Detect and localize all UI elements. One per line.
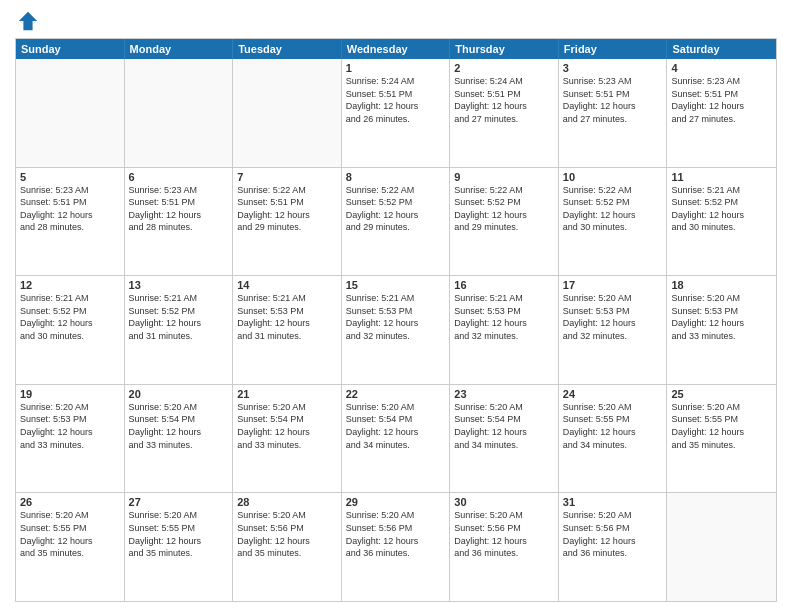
day-number: 11: [671, 171, 772, 183]
cell-text: Sunrise: 5:24 AM Sunset: 5:51 PM Dayligh…: [454, 75, 554, 125]
calendar: SundayMondayTuesdayWednesdayThursdayFrid…: [15, 38, 777, 602]
cell-text: Sunrise: 5:22 AM Sunset: 5:52 PM Dayligh…: [454, 184, 554, 234]
cell-text: Sunrise: 5:21 AM Sunset: 5:52 PM Dayligh…: [20, 292, 120, 342]
cell-text: Sunrise: 5:20 AM Sunset: 5:56 PM Dayligh…: [237, 509, 337, 559]
cell-text: Sunrise: 5:21 AM Sunset: 5:53 PM Dayligh…: [454, 292, 554, 342]
header-day-friday: Friday: [559, 39, 668, 59]
calendar-cell-0-4: 2Sunrise: 5:24 AM Sunset: 5:51 PM Daylig…: [450, 59, 559, 167]
day-number: 24: [563, 388, 663, 400]
day-number: 1: [346, 62, 446, 74]
cell-text: Sunrise: 5:22 AM Sunset: 5:52 PM Dayligh…: [346, 184, 446, 234]
cell-text: Sunrise: 5:23 AM Sunset: 5:51 PM Dayligh…: [671, 75, 772, 125]
calendar-body: 1Sunrise: 5:24 AM Sunset: 5:51 PM Daylig…: [16, 59, 776, 601]
day-number: 5: [20, 171, 120, 183]
calendar-cell-0-6: 4Sunrise: 5:23 AM Sunset: 5:51 PM Daylig…: [667, 59, 776, 167]
svg-marker-0: [19, 12, 37, 30]
calendar-cell-0-0: [16, 59, 125, 167]
calendar-cell-0-3: 1Sunrise: 5:24 AM Sunset: 5:51 PM Daylig…: [342, 59, 451, 167]
calendar-cell-0-5: 3Sunrise: 5:23 AM Sunset: 5:51 PM Daylig…: [559, 59, 668, 167]
day-number: 10: [563, 171, 663, 183]
header-day-thursday: Thursday: [450, 39, 559, 59]
day-number: 25: [671, 388, 772, 400]
calendar-cell-3-2: 21Sunrise: 5:20 AM Sunset: 5:54 PM Dayli…: [233, 385, 342, 493]
cell-text: Sunrise: 5:20 AM Sunset: 5:55 PM Dayligh…: [671, 401, 772, 451]
day-number: 21: [237, 388, 337, 400]
cell-text: Sunrise: 5:20 AM Sunset: 5:53 PM Dayligh…: [20, 401, 120, 451]
calendar-cell-1-4: 9Sunrise: 5:22 AM Sunset: 5:52 PM Daylig…: [450, 168, 559, 276]
cell-text: Sunrise: 5:20 AM Sunset: 5:56 PM Dayligh…: [563, 509, 663, 559]
cell-text: Sunrise: 5:20 AM Sunset: 5:53 PM Dayligh…: [671, 292, 772, 342]
calendar-cell-2-3: 15Sunrise: 5:21 AM Sunset: 5:53 PM Dayli…: [342, 276, 451, 384]
calendar-cell-1-5: 10Sunrise: 5:22 AM Sunset: 5:52 PM Dayli…: [559, 168, 668, 276]
day-number: 13: [129, 279, 229, 291]
calendar-cell-3-6: 25Sunrise: 5:20 AM Sunset: 5:55 PM Dayli…: [667, 385, 776, 493]
day-number: 22: [346, 388, 446, 400]
day-number: 29: [346, 496, 446, 508]
cell-text: Sunrise: 5:23 AM Sunset: 5:51 PM Dayligh…: [563, 75, 663, 125]
cell-text: Sunrise: 5:24 AM Sunset: 5:51 PM Dayligh…: [346, 75, 446, 125]
cell-text: Sunrise: 5:21 AM Sunset: 5:52 PM Dayligh…: [129, 292, 229, 342]
header: [15, 10, 777, 32]
day-number: 31: [563, 496, 663, 508]
calendar-cell-3-0: 19Sunrise: 5:20 AM Sunset: 5:53 PM Dayli…: [16, 385, 125, 493]
day-number: 3: [563, 62, 663, 74]
day-number: 23: [454, 388, 554, 400]
day-number: 16: [454, 279, 554, 291]
day-number: 30: [454, 496, 554, 508]
calendar-cell-4-5: 31Sunrise: 5:20 AM Sunset: 5:56 PM Dayli…: [559, 493, 668, 601]
cell-text: Sunrise: 5:23 AM Sunset: 5:51 PM Dayligh…: [129, 184, 229, 234]
day-number: 2: [454, 62, 554, 74]
calendar-cell-1-2: 7Sunrise: 5:22 AM Sunset: 5:51 PM Daylig…: [233, 168, 342, 276]
day-number: 12: [20, 279, 120, 291]
day-number: 20: [129, 388, 229, 400]
logo-icon: [17, 10, 39, 32]
cell-text: Sunrise: 5:20 AM Sunset: 5:54 PM Dayligh…: [129, 401, 229, 451]
calendar-cell-2-5: 17Sunrise: 5:20 AM Sunset: 5:53 PM Dayli…: [559, 276, 668, 384]
day-number: 15: [346, 279, 446, 291]
cell-text: Sunrise: 5:20 AM Sunset: 5:55 PM Dayligh…: [20, 509, 120, 559]
cell-text: Sunrise: 5:20 AM Sunset: 5:53 PM Dayligh…: [563, 292, 663, 342]
calendar-row-2: 12Sunrise: 5:21 AM Sunset: 5:52 PM Dayli…: [16, 275, 776, 384]
cell-text: Sunrise: 5:22 AM Sunset: 5:51 PM Dayligh…: [237, 184, 337, 234]
calendar-cell-2-4: 16Sunrise: 5:21 AM Sunset: 5:53 PM Dayli…: [450, 276, 559, 384]
cell-text: Sunrise: 5:20 AM Sunset: 5:54 PM Dayligh…: [346, 401, 446, 451]
calendar-cell-0-1: [125, 59, 234, 167]
day-number: 27: [129, 496, 229, 508]
calendar-cell-1-1: 6Sunrise: 5:23 AM Sunset: 5:51 PM Daylig…: [125, 168, 234, 276]
cell-text: Sunrise: 5:21 AM Sunset: 5:53 PM Dayligh…: [346, 292, 446, 342]
calendar-cell-3-1: 20Sunrise: 5:20 AM Sunset: 5:54 PM Dayli…: [125, 385, 234, 493]
cell-text: Sunrise: 5:20 AM Sunset: 5:55 PM Dayligh…: [129, 509, 229, 559]
day-number: 26: [20, 496, 120, 508]
header-day-sunday: Sunday: [16, 39, 125, 59]
calendar-cell-4-6: [667, 493, 776, 601]
cell-text: Sunrise: 5:20 AM Sunset: 5:56 PM Dayligh…: [346, 509, 446, 559]
calendar-cell-2-6: 18Sunrise: 5:20 AM Sunset: 5:53 PM Dayli…: [667, 276, 776, 384]
cell-text: Sunrise: 5:22 AM Sunset: 5:52 PM Dayligh…: [563, 184, 663, 234]
day-number: 7: [237, 171, 337, 183]
day-number: 6: [129, 171, 229, 183]
day-number: 19: [20, 388, 120, 400]
day-number: 28: [237, 496, 337, 508]
calendar-cell-4-2: 28Sunrise: 5:20 AM Sunset: 5:56 PM Dayli…: [233, 493, 342, 601]
day-number: 14: [237, 279, 337, 291]
calendar-cell-2-2: 14Sunrise: 5:21 AM Sunset: 5:53 PM Dayli…: [233, 276, 342, 384]
calendar-cell-1-0: 5Sunrise: 5:23 AM Sunset: 5:51 PM Daylig…: [16, 168, 125, 276]
cell-text: Sunrise: 5:20 AM Sunset: 5:56 PM Dayligh…: [454, 509, 554, 559]
calendar-cell-0-2: [233, 59, 342, 167]
calendar-cell-3-4: 23Sunrise: 5:20 AM Sunset: 5:54 PM Dayli…: [450, 385, 559, 493]
cell-text: Sunrise: 5:20 AM Sunset: 5:54 PM Dayligh…: [454, 401, 554, 451]
calendar-header: SundayMondayTuesdayWednesdayThursdayFrid…: [16, 39, 776, 59]
logo: [15, 10, 39, 32]
cell-text: Sunrise: 5:20 AM Sunset: 5:55 PM Dayligh…: [563, 401, 663, 451]
calendar-cell-1-3: 8Sunrise: 5:22 AM Sunset: 5:52 PM Daylig…: [342, 168, 451, 276]
calendar-cell-2-0: 12Sunrise: 5:21 AM Sunset: 5:52 PM Dayli…: [16, 276, 125, 384]
cell-text: Sunrise: 5:21 AM Sunset: 5:53 PM Dayligh…: [237, 292, 337, 342]
header-day-wednesday: Wednesday: [342, 39, 451, 59]
cell-text: Sunrise: 5:21 AM Sunset: 5:52 PM Dayligh…: [671, 184, 772, 234]
day-number: 9: [454, 171, 554, 183]
calendar-row-3: 19Sunrise: 5:20 AM Sunset: 5:53 PM Dayli…: [16, 384, 776, 493]
calendar-cell-3-3: 22Sunrise: 5:20 AM Sunset: 5:54 PM Dayli…: [342, 385, 451, 493]
calendar-row-0: 1Sunrise: 5:24 AM Sunset: 5:51 PM Daylig…: [16, 59, 776, 167]
header-day-monday: Monday: [125, 39, 234, 59]
day-number: 4: [671, 62, 772, 74]
